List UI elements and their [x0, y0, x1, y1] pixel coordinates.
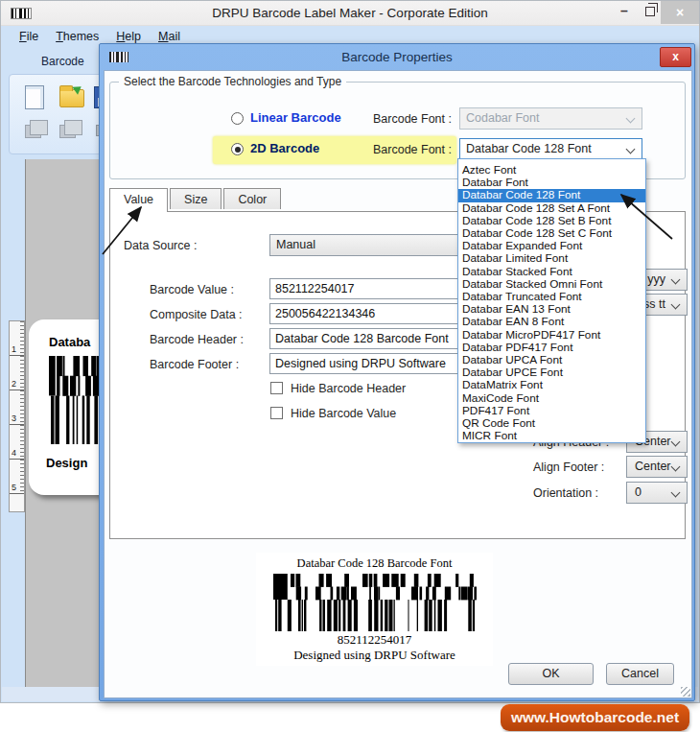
font-list-item[interactable]: Databar Code 128 Font [458, 189, 645, 201]
main-titlebar: DRPU Barcode Label Maker - Corporate Edi… [1, 1, 699, 26]
vertical-ruler: 12345 [9, 320, 25, 512]
hide-value-checkbox[interactable] [270, 407, 283, 419]
screenshot-stage: DRPU Barcode Label Maker - Corporate Edi… [0, 0, 700, 732]
ruler-mark: 3 [10, 390, 24, 425]
barcode-header-label: Barcode Header : [150, 333, 244, 346]
2d-font-combo[interactable]: Databar Code 128 Font [459, 138, 642, 160]
open-folder-icon[interactable] [59, 89, 84, 107]
dialog-close-button[interactable]: x [660, 47, 691, 67]
label-header-text: Databa [49, 335, 90, 349]
2d-barcode-radio[interactable] [231, 143, 244, 155]
copy-icon[interactable] [25, 125, 41, 138]
tabstrip: ValueSizeColor [109, 188, 283, 212]
menu-item[interactable]: File [11, 27, 47, 46]
font-list-item[interactable]: MICR Font [458, 430, 645, 442]
resize-grip[interactable] [681, 687, 690, 697]
restore-button[interactable] [645, 7, 655, 16]
tab[interactable]: Color [223, 188, 281, 209]
preview-barcode-graphic [273, 574, 477, 631]
linear-font-combo[interactable]: Codabar Font [459, 107, 642, 130]
font-list-item[interactable]: Databar Stacked Font [458, 266, 645, 278]
orientation-label: Orientation : [533, 486, 598, 500]
main-close-button[interactable]: × [661, 1, 699, 24]
barcode-preview: Databar Code 128 Barcode Font 8521122540… [256, 553, 493, 666]
label-preview-card[interactable]: Databa Design [29, 319, 100, 495]
ruler-mark: 4 [10, 425, 24, 460]
ruler-mark: 1 [10, 321, 24, 356]
group-box-title: Select the Barcode Technologies and Type [119, 75, 346, 88]
new-document-icon[interactable] [25, 85, 44, 109]
ribbon-tab-barcode[interactable]: Barcode [41, 55, 84, 68]
label-footer-text: Design [46, 456, 87, 470]
ok-button[interactable]: OK [508, 663, 594, 685]
linear-barcode-label[interactable]: Linear Barcode [250, 110, 341, 125]
2d-barcode-label[interactable]: 2D Barcode [250, 141, 319, 155]
font-dropdown-list: Aztec FontDatabar FontDatabar Code 128 F… [457, 158, 646, 443]
linear-barcode-radio[interactable] [231, 112, 244, 125]
preview-header-text: Databar Code 128 Barcode Font [256, 553, 493, 571]
barcode-value-label: Barcode Value : [150, 283, 234, 296]
preview-value-text: 852112254017 [256, 632, 493, 648]
barcode-footer-label: Barcode Footer : [150, 358, 239, 371]
tab[interactable]: Value [109, 188, 168, 212]
align-footer-label: Align Footer : [533, 460, 604, 474]
font-list-item[interactable]: Databar Code 128 Set A Font [458, 202, 645, 215]
font-list-item[interactable]: Databar EAN 8 Font [458, 316, 645, 328]
minimize-button[interactable]: – [613, 1, 636, 25]
dialog-title: Barcode Properties [100, 44, 694, 70]
paste-icon[interactable] [59, 125, 76, 138]
howtobarcode-badge: www.Howtobarcode.net [501, 704, 689, 731]
orientation-combo[interactable]: 0 [626, 482, 688, 504]
linear-font-label: Barcode Font : [373, 112, 452, 126]
dialog-titlebar: Barcode Properties x [100, 44, 694, 70]
design-canvas: Databa Design [25, 159, 100, 687]
ruler-mark: 5 [10, 460, 24, 494]
2d-font-label: Barcode Font : [373, 143, 452, 156]
data-source-label: Data Source : [124, 239, 197, 252]
hide-value-label[interactable]: Hide Barcode Value [291, 407, 396, 420]
tab[interactable]: Size [170, 188, 222, 209]
font-list-item[interactable]: Databar Limited Font [458, 252, 645, 265]
cancel-button[interactable]: Cancel [606, 663, 674, 685]
hide-header-label[interactable]: Hide Barcode Header [291, 382, 406, 395]
label-barcode-graphic [49, 356, 100, 444]
barcode-properties-dialog: Barcode Properties x Select the Barcode … [99, 43, 695, 701]
font-list-item[interactable]: Databar MicroPDF417 Font [458, 329, 645, 342]
main-window-title: DRPU Barcode Label Maker - Corporate Edi… [1, 1, 699, 26]
preview-footer-text: Designed using DRPU Software [256, 648, 493, 663]
ruler-mark: 2 [10, 356, 24, 390]
font-list-item[interactable]: MaxiCode Font [458, 392, 645, 405]
hide-header-checkbox[interactable] [270, 382, 283, 394]
composite-data-label: Composite Data : [150, 308, 243, 321]
font-list-item[interactable]: DataMatrix Font [458, 379, 645, 391]
align-footer-combo[interactable]: Center [626, 456, 688, 478]
